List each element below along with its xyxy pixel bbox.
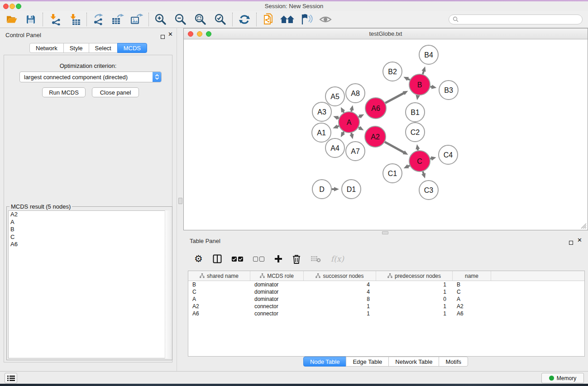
- memory-button[interactable]: Memory: [541, 373, 584, 383]
- column-header-predecessor-nodes[interactable]: predecessor nodes: [376, 271, 453, 281]
- zoom-out-button[interactable]: [172, 12, 189, 27]
- mcds-result-item[interactable]: B: [9, 226, 170, 234]
- new-network-from-selection-button[interactable]: [260, 12, 277, 27]
- toggle-eye-button[interactable]: [317, 12, 334, 27]
- svg-text:B: B: [417, 81, 422, 89]
- column-header-name[interactable]: name: [453, 271, 491, 281]
- criterion-dropdown[interactable]: largest connected component (directed): [19, 71, 162, 82]
- function-builder-button[interactable]: f(x): [331, 254, 344, 263]
- mcds-result-item[interactable]: A2: [9, 211, 170, 219]
- network-overview-button[interactable]: [279, 12, 296, 27]
- table-row[interactable]: A6connector11A6: [188, 310, 584, 317]
- table-row[interactable]: Cdominator41C: [188, 288, 584, 295]
- hide-graphics-details-button[interactable]: [298, 12, 315, 27]
- graph-node-A8[interactable]: A8: [346, 84, 365, 103]
- table-row[interactable]: Adominator80A: [188, 295, 584, 303]
- import-table-button[interactable]: [67, 12, 83, 27]
- graph-node-C2[interactable]: C2: [406, 123, 425, 142]
- table-row[interactable]: A2connector11A2: [188, 303, 584, 310]
- zoom-in-button[interactable]: [153, 12, 169, 27]
- graph-edge-A6-B[interactable]: [385, 93, 404, 103]
- table-cell: B: [188, 281, 250, 288]
- scrollbar-track[interactable]: [165, 210, 171, 358]
- graph-node-C1[interactable]: C1: [383, 164, 402, 183]
- svg-text:C4: C4: [444, 151, 453, 159]
- export-network-button[interactable]: [91, 12, 107, 27]
- graph-node-B4[interactable]: B4: [419, 45, 438, 64]
- graph-node-B1[interactable]: B1: [406, 103, 425, 122]
- tab-motifs[interactable]: Motifs: [439, 357, 468, 367]
- delete-table-button[interactable]: [311, 255, 321, 262]
- add-column-button[interactable]: [274, 255, 282, 263]
- column-header-label: shared name: [207, 273, 239, 279]
- refresh-layout-button[interactable]: [236, 12, 253, 27]
- close-panel-button[interactable]: Close panel: [92, 87, 139, 97]
- task-history-button[interactable]: [5, 373, 17, 383]
- import-network-button[interactable]: [47, 12, 63, 27]
- column-header-label: predecessor nodes: [395, 273, 441, 279]
- svg-text:C3: C3: [424, 186, 434, 194]
- graph-node-A3[interactable]: A3: [312, 102, 331, 121]
- network-graph: B4B2BB3A5A8A6A3AB1A1C2A2A4A7CC4C1C3DD1: [184, 39, 588, 230]
- tab-network-table[interactable]: Network Table: [388, 357, 439, 367]
- table-row[interactable]: Bdominator41B: [188, 281, 584, 288]
- export-table-button[interactable]: [110, 12, 126, 27]
- tab-select[interactable]: Select: [89, 43, 118, 53]
- graph-node-B[interactable]: B: [409, 74, 430, 95]
- save-session-button[interactable]: [23, 12, 39, 27]
- run-mcds-button[interactable]: Run MCDS: [42, 87, 86, 97]
- graph-node-C[interactable]: C: [409, 151, 430, 172]
- vertical-splitter-handle[interactable]: [178, 198, 182, 204]
- graph-edge-arrowhead: [334, 187, 339, 191]
- mcds-result-item[interactable]: A: [9, 219, 170, 226]
- graph-node-B2[interactable]: B2: [383, 62, 402, 81]
- search-input[interactable]: [461, 16, 578, 23]
- checked-box-icon: [232, 257, 237, 262]
- graph-node-A2[interactable]: A2: [365, 126, 386, 147]
- zoom-fit-button[interactable]: [192, 12, 209, 27]
- mcds-result-item[interactable]: A6: [9, 241, 170, 248]
- float-table-panel-icon[interactable]: [569, 238, 573, 247]
- table-cell: 0: [376, 295, 453, 303]
- table-cell: A2: [453, 303, 491, 310]
- delete-column-button[interactable]: [292, 254, 301, 264]
- graph-node-A[interactable]: A: [339, 112, 359, 133]
- zoom-selected-button[interactable]: [212, 12, 229, 27]
- tab-mcds[interactable]: MCDS: [117, 43, 147, 53]
- graph-node-A4[interactable]: A4: [325, 138, 344, 157]
- graph-node-A1[interactable]: A1: [312, 123, 331, 142]
- tab-network[interactable]: Network: [29, 43, 64, 53]
- tab-edge-table[interactable]: Edge Table: [346, 357, 389, 367]
- tab-node-table[interactable]: Node Table: [303, 357, 347, 367]
- graph-node-C4[interactable]: C4: [439, 145, 458, 164]
- graph-node-D[interactable]: D: [312, 180, 331, 199]
- network-window-titlebar[interactable]: testGlobe.txt: [184, 29, 588, 39]
- graph-node-B3[interactable]: B3: [439, 81, 458, 100]
- mcds-result-list[interactable]: A2ABCA6: [8, 210, 171, 358]
- open-file-button[interactable]: [4, 12, 20, 27]
- deselect-all-button[interactable]: [253, 257, 264, 262]
- graph-node-A7[interactable]: A7: [346, 142, 365, 161]
- tab-style[interactable]: Style: [63, 43, 89, 53]
- network-canvas[interactable]: B4B2BB3A5A8A6A3AB1A1C2A2A4A7CC4C1C3DD1: [184, 39, 588, 230]
- resize-grip-icon[interactable]: [581, 223, 587, 229]
- float-panel-icon[interactable]: [161, 33, 165, 41]
- export-image-button[interactable]: [129, 12, 145, 27]
- table-cell: A6: [188, 310, 250, 317]
- mcds-result-item[interactable]: C: [9, 234, 170, 241]
- close-panel-icon[interactable]: ✕: [168, 32, 173, 37]
- column-header-successor-nodes[interactable]: successor nodes: [304, 271, 376, 281]
- graph-node-A6[interactable]: A6: [365, 98, 386, 119]
- column-layout-button[interactable]: [213, 254, 222, 263]
- column-header-shared-name[interactable]: shared name: [188, 271, 250, 281]
- horizontal-splitter-handle[interactable]: [382, 231, 388, 234]
- table-settings-button[interactable]: ⚙: [194, 254, 203, 263]
- search-field[interactable]: [449, 14, 583, 24]
- select-all-button[interactable]: [232, 257, 243, 262]
- graph-node-C3[interactable]: C3: [419, 181, 438, 200]
- graph-edge-A2-C[interactable]: [385, 142, 405, 153]
- graph-node-D1[interactable]: D1: [342, 180, 361, 199]
- close-table-panel-icon[interactable]: ✕: [577, 238, 582, 243]
- column-header-mcds-role[interactable]: MCDS role: [250, 271, 304, 281]
- graph-node-A5[interactable]: A5: [325, 87, 344, 106]
